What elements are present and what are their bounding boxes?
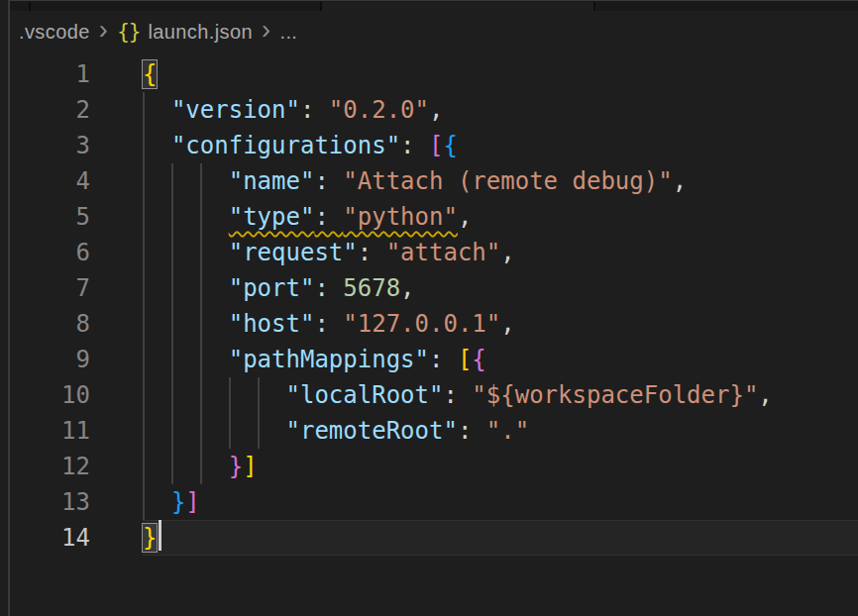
code-token: "port" — [229, 274, 315, 302]
line-number[interactable]: 7 — [10, 270, 90, 306]
line-number[interactable]: 11 — [10, 413, 90, 449]
line-content: }] — [143, 484, 858, 520]
tab-separator — [320, 2, 322, 11]
code-token: } — [229, 453, 243, 480]
code-token: : — [314, 310, 343, 338]
line-content: "localRoot": "${workspaceFolder}", — [143, 377, 858, 413]
code-token: "configurations" — [171, 132, 400, 159]
text-cursor — [159, 520, 161, 551]
tab-strip[interactable] — [10, 0, 858, 11]
code-line[interactable]: 6 "request": "attach", — [10, 235, 858, 270]
line-content: { — [143, 56, 858, 92]
code-token: "name" — [229, 167, 315, 195]
warning-squiggle: "type": "python" — [229, 203, 458, 231]
tab-separator — [29, 2, 31, 11]
code-token: "Attach (remote debug)" — [343, 167, 672, 195]
code-line[interactable]: 5 "type": "python", — [10, 199, 858, 235]
line-number[interactable]: 3 — [10, 128, 90, 163]
code-line[interactable]: 12 }] — [10, 449, 858, 484]
code-token: "request" — [229, 239, 358, 266]
chevron-right-icon: › — [99, 20, 108, 40]
code-line[interactable]: 3 "configurations": [{ — [10, 128, 858, 163]
json-file-icon: {} — [117, 20, 140, 44]
code-line[interactable]: 8 "host": "127.0.0.1", — [10, 306, 858, 342]
code-token: "version" — [171, 96, 300, 124]
line-number[interactable]: 13 — [10, 484, 90, 520]
code-line[interactable]: 10 "localRoot": "${workspaceFolder}", — [10, 377, 858, 413]
line-number[interactable]: 2 — [10, 92, 90, 128]
code-token: 5678 — [343, 274, 400, 302]
line-number[interactable]: 10 — [10, 377, 90, 413]
line-content: "version": "0.2.0", — [143, 92, 858, 128]
active-tab-edge[interactable] — [321, 2, 593, 11]
line-content: } — [143, 520, 858, 556]
code-line[interactable]: 11 "remoteRoot": "." — [10, 413, 858, 449]
code-lines: 1{2 "version": "0.2.0",3 "configurations… — [10, 56, 858, 556]
editor-group: .vscode › {} launch.json › ... 1{2 "vers… — [10, 0, 858, 616]
code-token — [143, 381, 286, 409]
line-content: "request": "attach", — [143, 235, 858, 270]
line-number[interactable]: 4 — [10, 163, 90, 199]
code-token: "type" — [229, 203, 315, 231]
line-content: "type": "python", — [143, 199, 858, 235]
line-content: "pathMappings": [{ — [143, 342, 858, 377]
code-line[interactable]: 9 "pathMappings": [{ — [10, 342, 858, 377]
code-token — [143, 488, 171, 516]
code-line[interactable]: 13 }] — [10, 484, 858, 520]
code-line[interactable]: 2 "version": "0.2.0", — [10, 92, 858, 128]
code-line[interactable]: 1{ — [10, 56, 858, 92]
code-token: ] — [185, 488, 199, 516]
code-token: : — [300, 96, 329, 124]
code-token: : — [314, 203, 343, 231]
code-token: [ — [429, 132, 443, 159]
line-content: "configurations": [{ — [143, 128, 858, 163]
code-token: "python" — [343, 203, 458, 231]
code-token: , — [673, 167, 687, 195]
line-content: "name": "Attach (remote debug)", — [143, 163, 858, 199]
code-token: , — [500, 239, 514, 266]
chevron-right-icon: › — [262, 20, 270, 40]
breadcrumb-item-file[interactable]: launch.json — [148, 21, 253, 44]
code-token: ] — [243, 453, 257, 480]
code-token: "host" — [229, 310, 315, 338]
code-token — [143, 167, 229, 195]
code-token: { — [443, 132, 457, 159]
code-token: , — [500, 310, 514, 338]
code-token — [143, 274, 229, 302]
code-token: , — [458, 203, 472, 231]
code-token: : — [358, 239, 386, 266]
line-number[interactable]: 6 — [10, 235, 90, 270]
breadcrumb: .vscode › {} launch.json › ... — [10, 11, 858, 52]
code-line[interactable]: 7 "port": 5678, — [10, 270, 858, 306]
code-token: "localRoot" — [286, 381, 444, 409]
code-token: } — [171, 488, 185, 516]
code-token — [143, 346, 229, 373]
code-token: "attach" — [386, 239, 501, 266]
line-number[interactable]: 12 — [10, 449, 90, 484]
code-token: , — [429, 96, 443, 124]
breadcrumb-item-folder[interactable]: .vscode — [19, 21, 90, 44]
code-token — [143, 96, 171, 124]
line-number[interactable]: 14 — [10, 520, 90, 556]
code-editor[interactable]: 1{2 "version": "0.2.0",3 "configurations… — [10, 52, 858, 556]
panel-divider — [0, 0, 10, 616]
line-number[interactable]: 5 — [10, 199, 90, 235]
code-token: : — [314, 274, 343, 302]
code-token: { — [472, 346, 485, 373]
code-token: , — [758, 381, 772, 409]
line-number[interactable]: 8 — [10, 306, 90, 342]
code-token — [143, 203, 229, 231]
code-token: : — [314, 167, 343, 195]
line-content: "host": "127.0.0.1", — [143, 306, 858, 342]
breadcrumb-item-symbol[interactable]: ... — [279, 21, 297, 44]
code-token: "0.2.0" — [329, 96, 429, 124]
line-number[interactable]: 9 — [10, 342, 90, 377]
code-line[interactable]: 14} — [10, 520, 858, 556]
tab-separator — [593, 2, 595, 11]
code-token: "remoteRoot" — [286, 417, 458, 445]
code-token: "pathMappings" — [229, 346, 429, 373]
code-line[interactable]: 4 "name": "Attach (remote debug)", — [10, 163, 858, 199]
line-content: "port": 5678, — [143, 270, 858, 306]
line-number[interactable]: 1 — [10, 56, 90, 92]
code-token: : — [443, 381, 472, 409]
